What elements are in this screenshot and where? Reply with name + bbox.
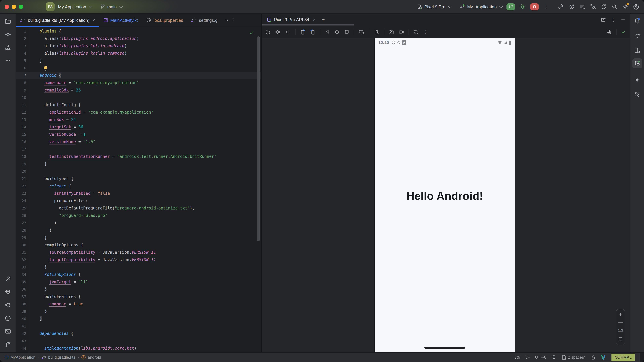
debug-button[interactable] bbox=[520, 4, 526, 10]
editor-scrollbar[interactable] bbox=[257, 36, 260, 241]
code-line[interactable]: 6 bbox=[16, 64, 261, 72]
code-line[interactable]: 22 release { bbox=[16, 182, 261, 190]
device-selector[interactable]: Pixel 9 Pro bbox=[416, 4, 450, 9]
code-line[interactable]: 10 bbox=[16, 94, 261, 101]
code-line[interactable]: 20 bbox=[16, 168, 261, 175]
sync-gradle-icon[interactable] bbox=[601, 4, 607, 10]
zoom-reset-button[interactable]: 1:1 bbox=[618, 328, 623, 332]
code-line[interactable]: 31 sourceCompatibility = JavaVersion.VER… bbox=[16, 249, 261, 256]
code-line[interactable]: 16 versionName = "1.0" bbox=[16, 138, 261, 145]
code-line[interactable]: 36 } bbox=[16, 286, 261, 293]
intention-bulb-icon[interactable] bbox=[44, 66, 47, 69]
vim-mode-badge[interactable]: NORMAL bbox=[611, 354, 634, 361]
code-line[interactable]: 11 defaultConfig { bbox=[16, 101, 261, 109]
code-line[interactable]: 41 bbox=[16, 323, 261, 330]
add-device-tab-icon[interactable]: + bbox=[322, 16, 325, 23]
indent-widget[interactable]: 2 spaces* bbox=[562, 355, 586, 360]
tabs-more-icon[interactable]: ⋮ bbox=[230, 17, 236, 23]
restart-icon[interactable] bbox=[413, 29, 419, 35]
sidebar-item-terminal[interactable] bbox=[3, 326, 13, 336]
close-device-tab-icon[interactable]: × bbox=[313, 17, 316, 22]
code-line[interactable]: 38 compose = true bbox=[16, 300, 261, 308]
fullscreen-window-button[interactable] bbox=[19, 4, 23, 9]
code-line[interactable]: 39 } bbox=[16, 308, 261, 315]
sidebar-item-notifications[interactable] bbox=[632, 16, 642, 26]
code-line[interactable]: 30 compileOptions { bbox=[16, 241, 261, 249]
code-line[interactable]: 4 alias(libs.plugins.kotlin.compose) bbox=[16, 50, 261, 57]
vcs-branch-widget[interactable]: main bbox=[100, 4, 122, 9]
tab-build-gradle[interactable]: build.gradle.kts (My Application) × bbox=[16, 14, 99, 26]
tabs-dropdown-icon[interactable] bbox=[225, 18, 228, 21]
code-line[interactable]: 23 isMinifyEnabled = false bbox=[16, 190, 261, 197]
code-line[interactable]: 26 "proguard-rules.pro" bbox=[16, 212, 261, 219]
code-line[interactable]: 8 namespace = "com.example.myapplication… bbox=[16, 79, 261, 86]
code-line[interactable]: 43 bbox=[16, 337, 261, 345]
inspections-ok-icon[interactable] bbox=[249, 30, 254, 36]
panel-options-icon[interactable]: ⋮ bbox=[611, 16, 616, 23]
stop-button[interactable] bbox=[530, 3, 539, 10]
sidebar-item-commit[interactable] bbox=[3, 29, 13, 39]
code-line[interactable]: 19 } bbox=[16, 160, 261, 168]
code-line[interactable]: 34 kotlinOptions { bbox=[16, 271, 261, 278]
rotate-right-icon[interactable] bbox=[310, 29, 316, 35]
code-line[interactable]: 18 testInstrumentationRunner = "androidx… bbox=[16, 153, 261, 160]
code-line[interactable]: 44 implementation(libs.androidx.core.ktx… bbox=[16, 345, 261, 352]
open-in-new-window-icon[interactable] bbox=[601, 17, 606, 22]
code-line[interactable]: 7android { bbox=[16, 72, 261, 79]
device-tab[interactable]: Pixel 9 Pro API 34 × bbox=[262, 14, 319, 25]
tab-local-properties[interactable]: local.properties bbox=[142, 14, 187, 26]
code-line[interactable]: 33 } bbox=[16, 264, 261, 271]
android-home-icon[interactable] bbox=[334, 29, 340, 34]
project-widget[interactable]: My Application bbox=[58, 4, 91, 9]
sync-and-restart-icon[interactable]: A bbox=[568, 4, 574, 10]
code-line[interactable]: 3 alias(libs.plugins.kotlin.android) bbox=[16, 42, 261, 50]
code-line[interactable]: 32 targetCompatibility = JavaVersion.VER… bbox=[16, 256, 261, 264]
code-line[interactable]: 28 } bbox=[16, 227, 261, 234]
line-separator[interactable]: LF bbox=[525, 355, 530, 360]
code-line[interactable]: 21 buildTypes { bbox=[16, 175, 261, 182]
sidebar-item-more[interactable] bbox=[3, 55, 13, 65]
highlighting-pin-icon[interactable] bbox=[552, 355, 556, 360]
sidebar-item-build[interactable] bbox=[3, 274, 13, 284]
rerun-button[interactable] bbox=[506, 3, 515, 10]
code-line[interactable]: 5} bbox=[16, 57, 261, 64]
device-more-options-icon[interactable]: ⋮ bbox=[423, 29, 428, 35]
volume-up-icon[interactable] bbox=[275, 29, 281, 35]
close-tab-icon[interactable]: × bbox=[92, 17, 95, 23]
close-window-button[interactable] bbox=[5, 4, 9, 9]
gesture-bar[interactable] bbox=[424, 347, 465, 349]
zoom-in-button[interactable]: + bbox=[619, 313, 622, 316]
code-line[interactable]: 9 compileSdk = 36 bbox=[16, 86, 261, 94]
code-line[interactable]: 42dependencies { bbox=[16, 330, 261, 337]
code-line[interactable]: 40} bbox=[16, 315, 261, 323]
android-back-icon[interactable] bbox=[325, 29, 330, 34]
code-line[interactable]: 35 jvmTarget = "11" bbox=[16, 278, 261, 286]
fit-to-window-icon[interactable] bbox=[618, 337, 623, 342]
code-line[interactable]: 25 getDefaultProguardFile("proguard-andr… bbox=[16, 204, 261, 212]
run-configuration-selector[interactable]: My_Application bbox=[459, 4, 502, 10]
code-line[interactable]: 24 proguardFiles( bbox=[16, 197, 261, 204]
sidebar-item-app-quality-insights[interactable] bbox=[3, 287, 13, 297]
emulator-screen[interactable]: 10:20 A bbox=[375, 38, 515, 352]
sidebar-item-project[interactable] bbox=[3, 16, 13, 26]
breadcrumb-file[interactable]: build.gradle.kts bbox=[42, 355, 75, 360]
build-hammer-icon[interactable] bbox=[558, 4, 564, 10]
zoom-out-button[interactable]: — bbox=[618, 321, 623, 324]
sidebar-item-gemini[interactable] bbox=[632, 75, 642, 85]
hide-panel-icon[interactable] bbox=[620, 17, 626, 22]
ideavim-logo-icon[interactable] bbox=[600, 355, 606, 360]
settings-icon[interactable] bbox=[622, 4, 628, 10]
code-line[interactable]: 14 targetSdk = 36 bbox=[16, 123, 261, 131]
rotate-left-icon[interactable] bbox=[300, 29, 306, 35]
code-lines[interactable]: 1plugins {2 alias(libs.plugins.android.a… bbox=[16, 27, 261, 352]
sidebar-item-running-devices[interactable] bbox=[632, 58, 642, 68]
sidebar-item-problems[interactable] bbox=[3, 313, 13, 323]
tab-mainactivity[interactable]: MainActivity.kt bbox=[99, 14, 142, 26]
sidebar-item-device-manager[interactable] bbox=[632, 45, 642, 55]
minimize-window-button[interactable] bbox=[12, 4, 16, 9]
sidebar-item-gradle[interactable] bbox=[632, 31, 642, 41]
code-line[interactable]: 15 versionCode = 1 bbox=[16, 131, 261, 138]
device-settings-icon[interactable] bbox=[374, 29, 379, 35]
sidebar-item-airplane[interactable] bbox=[632, 89, 642, 99]
code-line[interactable]: 2 alias(libs.plugins.android.application… bbox=[16, 35, 261, 42]
